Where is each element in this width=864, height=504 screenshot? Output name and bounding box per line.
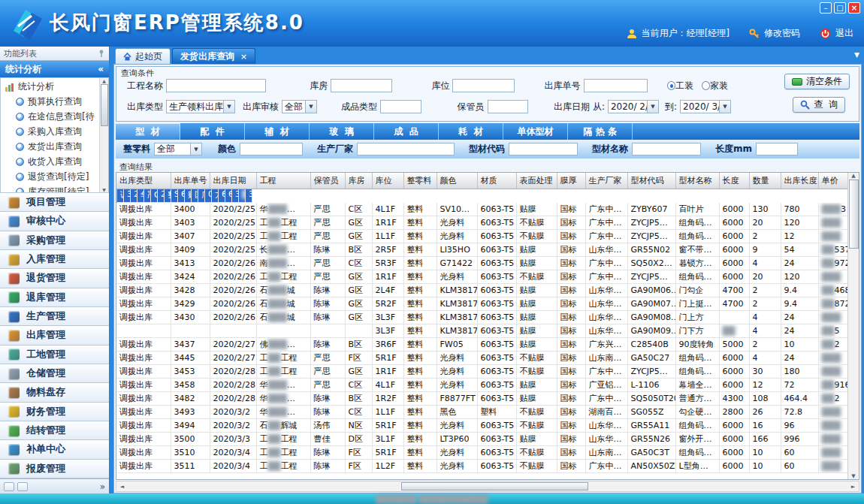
tree-item[interactable]: 采购入库查询: [1, 125, 99, 140]
scroll-down-icon[interactable]: ▼: [102, 187, 106, 192]
keyboard-icon[interactable]: [4, 482, 14, 491]
product-type-input[interactable]: [380, 100, 421, 113]
column-header[interactable]: 型材代码: [627, 173, 675, 189]
table-row[interactable]: 调拨出库34582020/2/28华███…严思C区4L1F整料光身料6063-…: [116, 379, 859, 392]
tab-overflow-caret-icon[interactable]: ▼: [854, 51, 859, 59]
column-header[interactable]: 表面处理: [516, 173, 557, 189]
material-tab[interactable]: 型 材: [116, 123, 180, 140]
sidebar-menu-item[interactable]: 项目管理: [0, 193, 109, 212]
clear-conditions-button[interactable]: 清空条件: [784, 74, 850, 89]
tree-item[interactable]: 在途信息查询[待: [1, 110, 99, 125]
table-row[interactable]: 调拨出库34002020/2/25华███…严思C区4L1F整料SV10…606…: [116, 203, 859, 216]
sidebar-menu-item[interactable]: 采购管理: [0, 231, 109, 250]
material-tab[interactable]: 耗 材: [439, 123, 503, 140]
column-header[interactable]: 出库长度: [781, 173, 818, 189]
scrollbar-thumb[interactable]: [401, 482, 588, 490]
column-header[interactable]: 出库单号: [171, 173, 210, 189]
material-tab[interactable]: 玻 璃: [310, 123, 374, 140]
column-header[interactable]: 数量: [749, 173, 781, 189]
table-row[interactable]: 3L3F整料KLM38176063-T5贴膜国标山东华…GA90M09…门下方█…: [116, 324, 859, 338]
sidebar-menu-item[interactable]: 入库管理: [0, 250, 109, 269]
table-row[interactable]: 调拨出库34452020/2/27工██工程严思F区5R1F整料光身料6063-…: [116, 352, 859, 365]
sidebar-section-header[interactable]: 统计分析 «: [0, 61, 109, 77]
sidebar-menu-item[interactable]: 退货管理: [0, 269, 109, 288]
factory-input[interactable]: [357, 143, 455, 155]
column-header[interactable]: 库房: [345, 173, 372, 189]
close-button[interactable]: ×: [848, 2, 860, 14]
table-row[interactable]: 调拨出库35002020/3/3工██工程曹佳D区3L1F整料LT3P60606…: [116, 433, 859, 446]
monitor-icon[interactable]: [17, 482, 28, 491]
material-tab[interactable]: 单体型材: [503, 123, 568, 140]
scroll-down-icon[interactable]: ▼: [851, 473, 855, 479]
table-row[interactable]: 调拨出库34942020/3/2石██辉城汤伟N区5R1F整料光身料6063-T…: [116, 419, 859, 433]
warehouse-input[interactable]: [331, 79, 392, 92]
tree-item[interactable]: 库存管理[待定]: [1, 185, 99, 193]
table-row[interactable]: 调拨出库34242020/2/26工██工程严思G区1R1F整料光身料6063-…: [116, 270, 859, 284]
scroll-right-icon[interactable]: ►: [847, 484, 859, 490]
column-header[interactable]: 保管员: [310, 173, 345, 189]
color-input[interactable]: [240, 143, 303, 155]
table-row[interactable]: 调拨出库33992020/2/25华███…严思C区2L1F整料SV10…606…: [116, 189, 171, 203]
tree-item[interactable]: 收货入库查询: [1, 155, 99, 170]
sidebar-menu-item[interactable]: 报废管理: [0, 460, 109, 478]
project-name-input[interactable]: [166, 79, 266, 92]
search-button[interactable]: 查 询: [793, 97, 845, 113]
date-to-select[interactable]: 2020/ 3/16▼: [680, 100, 731, 113]
sidebar-menu-item[interactable]: 审核中心: [0, 212, 109, 231]
scrollbar-thumb[interactable]: [849, 180, 859, 249]
column-header[interactable]: 膜厚: [557, 173, 585, 189]
sidebar-menu-item[interactable]: 出库管理: [0, 326, 109, 345]
table-row[interactable]: 调拨出库34932020/3/2华███…陈琳C区1L1F整料黑色塑料不贴膜国标…: [116, 406, 859, 419]
table-row[interactable]: 调拨出库34822020/2/28华███…陈琳B区1R2F整料F8877FT6…: [116, 392, 859, 406]
outbound-type-select[interactable]: 生产领料出库▼: [166, 100, 235, 113]
sidebar-menu-item[interactable]: 生产管理: [0, 307, 109, 326]
column-header[interactable]: 整零料: [403, 173, 437, 189]
collapse-icon[interactable]: «: [98, 64, 104, 74]
horizontal-scrollbar[interactable]: ◄ ►: [116, 481, 859, 492]
column-header[interactable]: 出库日期: [210, 173, 256, 189]
date-from-select[interactable]: 2020/ 2/16▼: [608, 100, 659, 113]
table-row[interactable]: 调拨出库34282020/2/26石███城陈琳G区2L4F整料KLM38176…: [116, 284, 859, 297]
table-row[interactable]: 调拨出库34292020/2/26石███城陈琳G区5R2F整料KLM38176…: [116, 297, 859, 311]
table-row[interactable]: 调拨出库35112020/3/4工██工程陈琳F区1L2F整料光身料6063-T…: [116, 460, 859, 473]
sidebar-menu-item[interactable]: 补单中心: [0, 440, 109, 459]
table-row[interactable]: 调拨出库34302020/2/26石███城陈琳G区3L3F整料KLM38176…: [116, 311, 859, 324]
radio-work-install[interactable]: [667, 81, 675, 90]
tree-item[interactable]: 发货出库查询: [1, 140, 99, 155]
column-header[interactable]: 出库类型: [116, 173, 171, 189]
column-header[interactable]: 生产厂家: [585, 173, 627, 189]
tree-item[interactable]: 退货查询[待定]: [1, 170, 99, 185]
column-header[interactable]: 长度: [719, 173, 749, 189]
table-row[interactable]: 调拨出库34072020/2/25工██工程严思G区1L1F整料光身料6063-…: [116, 230, 859, 243]
tab-home[interactable]: 起始页: [115, 48, 171, 64]
material-tab[interactable]: 配 件: [180, 123, 245, 140]
tree-root-item[interactable]: 统计分析: [1, 80, 99, 95]
material-tab[interactable]: 成 品: [374, 123, 439, 140]
scroll-left-icon[interactable]: ◄: [116, 484, 128, 490]
tree-item[interactable]: 预算执行查询: [1, 95, 99, 110]
scrollbar-thumb[interactable]: [101, 84, 108, 126]
scroll-up-icon[interactable]: ▲: [102, 78, 106, 83]
keeper-input[interactable]: [488, 100, 529, 113]
profile-code-input[interactable]: [509, 143, 578, 155]
column-header[interactable]: 材质: [477, 173, 516, 189]
table-row[interactable]: 调拨出库34132020/2/26南███…严思C区5R3F整料G7142260…: [116, 257, 859, 270]
logout-button[interactable]: 退出: [835, 27, 853, 40]
sidebar-menu-item[interactable]: 退库管理: [0, 288, 109, 307]
order-no-input[interactable]: [584, 79, 648, 92]
minimize-button[interactable]: –: [820, 2, 832, 14]
outbound-audit-select[interactable]: 全部▼: [282, 100, 317, 113]
table-row[interactable]: 调拨出库35102020/3/4工██工程陈琳F区5R1F整料光身料6063-T…: [116, 446, 859, 460]
table-row[interactable]: 调拨出库34092020/2/25长███…陈琳B区2R5F整料LI35HO60…: [116, 243, 859, 257]
column-header[interactable]: 工程: [256, 173, 310, 189]
material-tab[interactable]: 辅 材: [245, 123, 310, 140]
pin-icon[interactable]: [98, 50, 105, 57]
column-header[interactable]: 型材名称: [675, 173, 719, 189]
tree-scrollbar[interactable]: ▲ ▼: [99, 78, 108, 192]
vertical-scrollbar[interactable]: ▲ ▼: [847, 173, 859, 479]
location-input[interactable]: [452, 79, 514, 92]
sidebar-menu-item[interactable]: 物料盘存: [0, 383, 109, 402]
whole-material-select[interactable]: 全部▼: [154, 143, 202, 155]
sidebar-menu-item[interactable]: 工地管理: [0, 346, 109, 364]
radio-home-install[interactable]: [702, 81, 710, 90]
